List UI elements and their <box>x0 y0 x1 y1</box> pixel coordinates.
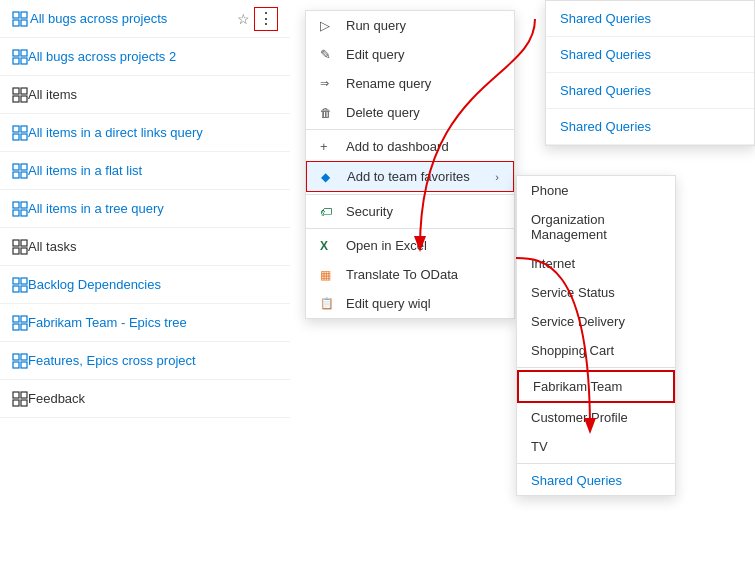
menu-item-label: Run query <box>346 18 406 33</box>
submenu-item-tv[interactable]: TV <box>517 432 675 461</box>
open-excel-menu-item[interactable]: X Open in Excel <box>306 231 514 260</box>
svg-rect-22 <box>13 210 19 216</box>
shared-queries-item[interactable]: Shared Queries <box>546 73 754 109</box>
translate-odata-menu-item[interactable]: ▦ Translate To OData <box>306 260 514 289</box>
menu-separator <box>306 194 514 195</box>
submenu-item-shared-queries-bottom[interactable]: Shared Queries <box>517 466 675 495</box>
submenu-item-internet[interactable]: Internet <box>517 249 675 278</box>
edit-query-menu-item[interactable]: ✎ Edit query <box>306 40 514 69</box>
grid-icon <box>12 125 28 141</box>
delete-query-menu-item[interactable]: 🗑 Delete query <box>306 98 514 127</box>
odata-icon: ▦ <box>320 268 336 282</box>
grid-icon <box>12 239 28 255</box>
svg-rect-42 <box>13 400 19 406</box>
submenu-separator <box>517 367 675 368</box>
query-item-top[interactable]: All bugs across projects ☆ ⋮ <box>0 0 290 38</box>
list-item[interactable]: All bugs across projects 2 <box>0 38 290 76</box>
list-item[interactable]: Fabrikam Team - Epics tree <box>0 304 290 342</box>
shared-queries-item[interactable]: Shared Queries <box>546 109 754 145</box>
list-item[interactable]: All tasks <box>0 228 290 266</box>
query-label: All tasks <box>28 239 76 254</box>
svg-rect-14 <box>13 134 19 140</box>
list-item[interactable]: All items in a direct links query <box>0 114 290 152</box>
svg-rect-9 <box>21 88 27 94</box>
grid-icon <box>12 201 28 217</box>
edit-wiql-menu-item[interactable]: 📋 Edit query wiql <box>306 289 514 318</box>
svg-rect-3 <box>21 20 27 26</box>
edit-icon: ✎ <box>320 47 336 62</box>
submenu-item-service-status[interactable]: Service Status <box>517 278 675 307</box>
query-item-label: All bugs across projects <box>30 11 167 26</box>
submenu-item-org-mgmt[interactable]: Organization Management <box>517 205 675 249</box>
team-favorites-submenu: Phone Organization Management Internet S… <box>516 175 676 496</box>
svg-rect-41 <box>21 392 27 398</box>
run-icon: ▷ <box>320 18 336 33</box>
svg-rect-0 <box>13 12 19 18</box>
list-item[interactable]: Features, Epics cross project <box>0 342 290 380</box>
add-team-favorites-menu-item[interactable]: ◆ Add to team favorites › <box>306 161 514 192</box>
grid-icon <box>12 11 28 27</box>
menu-item-label: Add to team favorites <box>347 169 470 184</box>
menu-item-label: Edit query <box>346 47 405 62</box>
svg-rect-6 <box>13 58 19 64</box>
submenu-item-fabrikam-team[interactable]: Fabrikam Team <box>517 370 675 403</box>
menu-item-label: Rename query <box>346 76 431 91</box>
submenu-item-phone[interactable]: Phone <box>517 176 675 205</box>
more-options-button[interactable]: ⋮ <box>254 7 278 31</box>
svg-rect-27 <box>21 248 27 254</box>
dots-icon: ⋮ <box>258 9 274 28</box>
add-dashboard-menu-item[interactable]: + Add to dashboard <box>306 132 514 161</box>
list-item[interactable]: All items in a flat list <box>0 152 290 190</box>
submenu-item-label: Customer Profile <box>531 410 628 425</box>
submenu-item-label: Shared Queries <box>531 473 622 488</box>
shared-queries-item[interactable]: Shared Queries <box>546 37 754 73</box>
shared-queries-label: Shared Queries <box>560 83 651 98</box>
shared-queries-item[interactable]: Shared Queries <box>546 1 754 37</box>
star-icon[interactable]: ☆ <box>237 11 250 27</box>
query-label: All bugs across projects 2 <box>28 49 176 64</box>
submenu-separator <box>517 463 675 464</box>
grid-icon <box>12 277 28 293</box>
svg-rect-18 <box>13 172 19 178</box>
menu-item-label: Translate To OData <box>346 267 458 282</box>
svg-rect-12 <box>13 126 19 132</box>
svg-rect-25 <box>21 240 27 246</box>
query-label: All items in a flat list <box>28 163 142 178</box>
favorite-icon: ◆ <box>321 170 337 184</box>
run-query-menu-item[interactable]: ▷ Run query <box>306 11 514 40</box>
excel-icon: X <box>320 239 336 253</box>
svg-rect-21 <box>21 202 27 208</box>
menu-item-label: Edit query wiql <box>346 296 431 311</box>
submenu-item-label: Service Delivery <box>531 314 625 329</box>
svg-rect-7 <box>21 58 27 64</box>
list-item[interactable]: Backlog Dependencies <box>0 266 290 304</box>
shared-queries-label: Shared Queries <box>560 11 651 26</box>
submenu-item-label: Organization Management <box>531 212 607 242</box>
shared-queries-label: Shared Queries <box>560 119 651 134</box>
svg-rect-39 <box>21 362 27 368</box>
query-label: Backlog Dependencies <box>28 277 161 292</box>
query-label: Features, Epics cross project <box>28 353 196 368</box>
list-item[interactable]: Feedback <box>0 380 290 418</box>
svg-rect-33 <box>21 316 27 322</box>
list-item[interactable]: All items <box>0 76 290 114</box>
query-label: Fabrikam Team - Epics tree <box>28 315 187 330</box>
submenu-item-customer-profile[interactable]: Customer Profile <box>517 403 675 432</box>
menu-separator <box>306 228 514 229</box>
wiql-icon: 📋 <box>320 297 336 310</box>
svg-rect-17 <box>21 164 27 170</box>
svg-rect-10 <box>13 96 19 102</box>
grid-icon <box>12 87 28 103</box>
submenu-item-service-delivery[interactable]: Service Delivery <box>517 307 675 336</box>
svg-rect-23 <box>21 210 27 216</box>
list-item[interactable]: All items in a tree query <box>0 190 290 228</box>
query-label: All items <box>28 87 77 102</box>
security-menu-item[interactable]: 🏷 Security <box>306 197 514 226</box>
svg-rect-32 <box>13 316 19 322</box>
shared-queries-panel: Shared Queries Shared Queries Shared Que… <box>545 0 755 146</box>
rename-query-menu-item[interactable]: ⇒ Rename query <box>306 69 514 98</box>
grid-icon <box>12 163 28 179</box>
menu-separator <box>306 129 514 130</box>
submenu-item-label: Phone <box>531 183 569 198</box>
submenu-item-shopping-cart[interactable]: Shopping Cart <box>517 336 675 365</box>
